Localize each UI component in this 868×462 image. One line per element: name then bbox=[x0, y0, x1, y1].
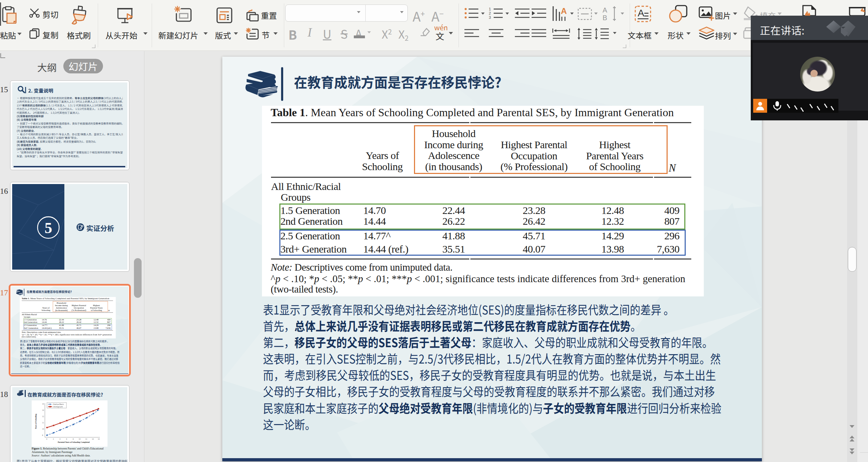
svg-text:14: 14 bbox=[42, 409, 44, 411]
svg-text:B: B bbox=[603, 14, 607, 21]
svg-text:4: 4 bbox=[59, 438, 61, 440]
svg-text:5: 5 bbox=[45, 220, 52, 237]
svg-text:1: 1 bbox=[489, 8, 491, 11]
svg-text:14: 14 bbox=[92, 438, 94, 440]
svg-text:16: 16 bbox=[98, 438, 100, 440]
svg-text:2: 2 bbox=[53, 438, 54, 440]
svg-text:10: 10 bbox=[79, 438, 81, 440]
svg-text:12: 12 bbox=[85, 438, 87, 440]
svg-text:6: 6 bbox=[66, 438, 67, 440]
svg-text:10: 10 bbox=[42, 428, 44, 430]
svg-text:A: A bbox=[603, 6, 607, 14]
svg-text:16: 16 bbox=[42, 403, 44, 405]
svg-text:8: 8 bbox=[42, 434, 43, 436]
svg-text:3: 3 bbox=[489, 15, 491, 19]
svg-text:A: A bbox=[561, 6, 567, 16]
svg-text:Parental Years of Schooling Co: Parental Years of Schooling Completed bbox=[58, 441, 90, 443]
svg-text:11: 11 bbox=[42, 421, 44, 424]
svg-text:8: 8 bbox=[73, 438, 74, 440]
svg-text:A: A bbox=[638, 8, 644, 18]
svg-text:Immigrant: Immigrant bbox=[53, 405, 63, 408]
svg-text:0: 0 bbox=[46, 438, 47, 440]
svg-text:12: 12 bbox=[42, 415, 44, 417]
svg-text:2: 2 bbox=[489, 11, 491, 15]
svg-text:Years of Schooling: Years of Schooling bbox=[35, 414, 37, 429]
